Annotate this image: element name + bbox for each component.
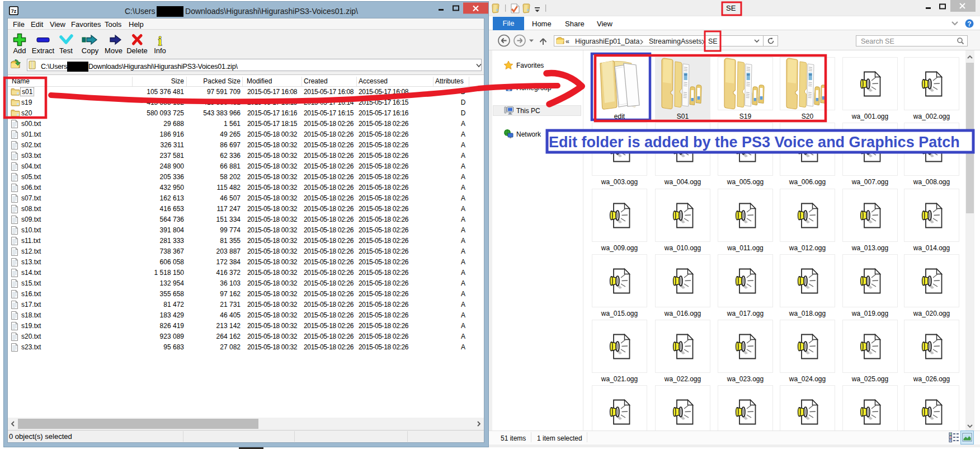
svg-text:Edit folder is added by the PS: Edit folder is added by the PS3 Voice an… [549,134,960,151]
